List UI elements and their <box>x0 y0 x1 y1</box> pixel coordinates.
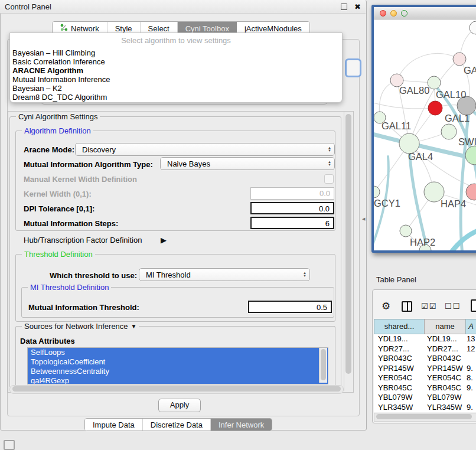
table-hscroll-thumb[interactable] <box>376 414 472 419</box>
select-all-columns-icon[interactable]: ☑☑ <box>421 302 437 311</box>
attribute-item-selected[interactable]: SelfLoops <box>28 348 328 357</box>
node-gal-pink[interactable] <box>453 53 466 66</box>
settings-vscroll-thumb[interactable] <box>345 114 351 374</box>
mi-algorithm-type-label: Mutual Information Algorithm Type: <box>24 160 153 169</box>
tab-network-label: Network <box>71 24 99 33</box>
settings-vertical-scrollbar[interactable] <box>344 112 353 391</box>
gear-icon[interactable]: ⚙ <box>382 300 390 312</box>
node-label: GAL10 <box>436 89 466 100</box>
aracne-mode-combo[interactable]: Discovery ▲▼ <box>75 143 335 156</box>
cell-value: 9. <box>467 364 476 373</box>
settings-horizontal-scrollbar[interactable] <box>9 385 344 394</box>
table-row[interactable]: YPR145W YPR145W 9. <box>374 364 476 374</box>
table-horizontal-scrollbar[interactable] <box>374 413 476 422</box>
node-pink2[interactable] <box>466 184 476 200</box>
dropdown-item-selected[interactable]: ARACNE Algorithm <box>10 66 342 75</box>
cell-value: 9. <box>467 403 476 412</box>
data-attributes-list: SelfLoops TopologicalCoefficient Between… <box>27 347 328 384</box>
settings-hscroll-thumb[interactable] <box>12 386 341 392</box>
tab-infer-network[interactable]: Infer Network <box>211 419 272 431</box>
close-icon[interactable]: ✖ <box>354 4 361 9</box>
node-swi4[interactable] <box>465 146 476 165</box>
mi-steps-field[interactable]: 6 <box>250 217 334 229</box>
application-root: Control Panel ✖ Network Style Select Cyn… <box>0 0 476 450</box>
cell-shared-name: YDR27... <box>378 344 425 353</box>
sources-group-title: Sources for Network Inference <box>24 322 128 331</box>
attribute-item-selected[interactable]: BetweennessCentrality <box>28 367 328 376</box>
network-canvas[interactable]: GAL GAL80 GAL10 GAL1 GAL11 GAL4 SWI4 GCY… <box>374 19 476 251</box>
attributes-scrollbar-thumb[interactable] <box>321 349 326 380</box>
which-threshold-combo[interactable]: MI Threshold ▲▼ <box>139 268 310 281</box>
float-window-icon[interactable] <box>341 4 347 10</box>
mi-algorithm-type-value: Naive Bayes <box>161 159 325 168</box>
control-panel-title: Control Panel <box>5 2 51 11</box>
column-header-shared-name[interactable]: shared... <box>374 319 424 334</box>
node-hap2[interactable] <box>400 225 412 237</box>
table-row[interactable]: YDL19... YDL19... 13 <box>374 334 476 344</box>
panel-divider-arrow[interactable]: ◀ <box>362 217 365 221</box>
node-gal4[interactable] <box>399 133 419 154</box>
zoom-traffic-light-icon[interactable] <box>401 10 407 17</box>
column-header-partial[interactable]: A <box>465 319 476 334</box>
attributes-list-scrollbar[interactable] <box>319 348 327 383</box>
new-column-icon[interactable] <box>471 299 476 312</box>
cell-value: 8. <box>467 373 476 382</box>
tab-impute-data[interactable]: Impute Data <box>85 419 143 431</box>
node-label: GAL11 <box>382 120 411 131</box>
column-header-name[interactable]: name <box>424 319 465 334</box>
network-graph: GAL GAL80 GAL10 GAL1 GAL11 GAL4 SWI4 GCY… <box>374 19 476 251</box>
split-columns-icon[interactable] <box>402 301 412 312</box>
column-header-label: shared... <box>384 322 415 331</box>
cell-shared-name: YBR045C <box>378 383 425 392</box>
minimize-traffic-light-icon[interactable] <box>390 10 397 17</box>
dropdown-item[interactable]: Bayesian – Hill Climbing <box>10 48 342 57</box>
table-panel-title: Table Panel <box>376 275 416 284</box>
dropdown-item[interactable]: Mutual Information Inference <box>10 75 342 84</box>
attribute-item-selected[interactable]: gal4RGexp <box>28 376 328 384</box>
node-gcy1[interactable] <box>374 186 380 198</box>
table-row[interactable]: YBR045C YBR045C 9. <box>374 383 476 393</box>
hub-section-expand-icon[interactable]: ▶ <box>161 236 167 244</box>
cell-name: YDL19... <box>427 334 466 343</box>
combo-spinner-icon: ▲▼ <box>325 146 334 152</box>
cell-name: YBL079W <box>427 393 466 402</box>
table-row[interactable]: YBR043C YBR043C <box>374 354 476 364</box>
column-header-label: A <box>468 322 474 331</box>
mi-threshold-value: 0.5 <box>317 303 327 312</box>
tab-style-label: Style <box>115 24 132 33</box>
dropdown-placeholder: Select algorithm to view settings <box>10 33 342 48</box>
apply-button-label: Apply <box>170 400 190 409</box>
mi-steps-label: Mutual Information Steps: <box>24 219 118 228</box>
table-row[interactable]: YER054C YER054C 8. <box>374 373 476 383</box>
node-label: HAP4 <box>441 198 466 209</box>
table-row[interactable]: YBL079W YBL079W <box>374 393 476 403</box>
cell-name: YPR145W <box>427 364 466 373</box>
apply-button[interactable]: Apply <box>158 399 201 412</box>
attribute-item-selected[interactable]: TopologicalCoefficient <box>28 357 328 367</box>
tab-discretize-data[interactable]: Discretize Data <box>143 419 211 431</box>
collapsed-panel-icon[interactable] <box>4 440 15 450</box>
dpi-tolerance-field[interactable]: 0.0 <box>250 202 334 214</box>
data-attributes-label: Data Attributes <box>20 337 75 345</box>
network-window-titlebar <box>374 7 476 19</box>
table-row[interactable]: YLR345W YLR345W 9. <box>374 403 476 413</box>
node-red-selected[interactable] <box>428 101 442 115</box>
mi-algorithm-type-combo[interactable]: Naive Bayes ▲▼ <box>160 157 335 170</box>
network-view-window[interactable]: GAL GAL80 GAL10 GAL1 GAL11 GAL4 SWI4 GCY… <box>371 5 476 253</box>
table-row[interactable]: YDR27... YDR27... 12 <box>374 344 476 354</box>
mi-threshold-field[interactable]: 0.5 <box>248 301 332 313</box>
tab-discretize-data-label: Discretize Data <box>151 420 203 429</box>
deselect-all-columns-icon[interactable]: ☐☐ <box>445 302 461 311</box>
cell-shared-name: YER054C <box>378 373 425 382</box>
dropdown-item[interactable]: Basic Correlation Inference <box>10 57 342 66</box>
cell-shared-name: YPR145W <box>378 364 425 373</box>
node-gal1[interactable] <box>441 124 457 139</box>
manual-kernel-width-label: Manual Kernel Width Definition <box>24 175 137 184</box>
close-traffic-light-icon[interactable] <box>380 10 386 17</box>
dropdown-item[interactable]: Dream8 DC_TDC Algorithm <box>10 93 342 102</box>
algorithm-combo-focus-fragment[interactable] <box>345 58 361 77</box>
dropdown-item[interactable]: Bayesian – K2 <box>10 84 342 93</box>
node-label: GCY1 <box>374 198 400 208</box>
which-threshold-value: MI Threshold <box>139 270 300 279</box>
sources-collapse-icon[interactable]: ▼ <box>131 323 137 330</box>
